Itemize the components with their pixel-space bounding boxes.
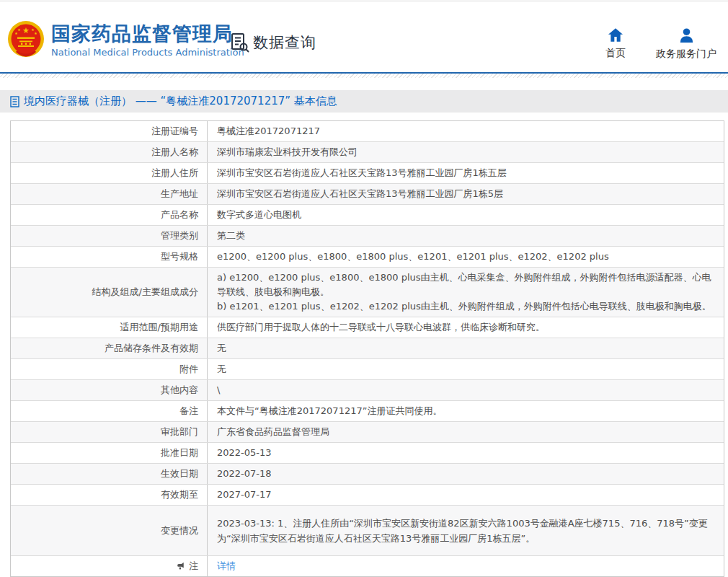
- row-label: 生产地址: [11, 184, 208, 204]
- home-icon: [608, 28, 623, 42]
- row-label: 审批部门: [11, 422, 208, 442]
- brand: ★ ★ ★ ★ ★ 国家药品监督管理局 National Medical Pro…: [7, 20, 244, 61]
- row-label: 产品储存条件及有效期: [11, 338, 208, 358]
- row-label: 型号规格: [11, 247, 208, 267]
- details-link[interactable]: 详情: [217, 559, 236, 573]
- megaphone-note-icon: [177, 562, 185, 571]
- table-row: 附件无: [11, 359, 724, 380]
- row-label: 注: [11, 556, 208, 576]
- org-name-en: National Medical Products Administration: [51, 47, 244, 58]
- table-row: 变更情况2023-03-13: 1、注册人住所由“深圳市宝安区新安街道82区新安…: [11, 506, 724, 556]
- table-row: 批准日期2022-05-13: [11, 443, 724, 464]
- row-value: 数字式多道心电图机: [208, 205, 724, 225]
- row-value: 供医疗部门用于提取人体的十二导联或十八导联心电波群，供临床诊断和研究。: [208, 317, 724, 338]
- row-value: e1200、e1200 plus、e1800、e1800 plus、e1201、…: [208, 247, 724, 267]
- page-title-bar: 境内医疗器械（注册） —— “粤械注准20172071217” 基本信息: [0, 90, 728, 113]
- row-label: 变更情况: [11, 506, 208, 555]
- row-value: 深圳市宝安区石岩街道应人石社区天宝路13号雅丽工业园厂房1栋5层: [208, 184, 724, 204]
- national-emblem-logo: ★ ★ ★ ★ ★: [7, 20, 45, 61]
- row-value: 本文件与“粤械注准20172071217”注册证共同使用。: [208, 401, 724, 421]
- row-label: 有效期至: [11, 485, 208, 505]
- table-row: 产品名称数字式多道心电图机: [11, 205, 724, 226]
- svg-text:★: ★: [17, 27, 21, 32]
- user-icon: [679, 28, 694, 43]
- row-value: 详情: [208, 556, 724, 576]
- svg-text:★: ★: [22, 26, 30, 35]
- table-row: 管理类别第二类: [11, 226, 724, 247]
- org-name-cn: 国家药品监督管理局: [51, 23, 244, 45]
- row-label: 生效日期: [11, 464, 208, 484]
- brand-text: 国家药品监督管理局 National Medical Products Admi…: [51, 23, 244, 58]
- data-query-section[interactable]: 数据查询: [231, 32, 316, 53]
- nav-home[interactable]: 首页: [605, 28, 626, 61]
- table-row: 注册人住所深圳市宝安区石岩街道应人石社区天宝路13号雅丽工业园厂房1栋五层: [11, 163, 724, 184]
- row-label: 结构及组成/主要组成成分: [11, 268, 208, 317]
- row-value: 无: [208, 338, 724, 358]
- table-row: 型号规格e1200、e1200 plus、e1800、e1800 plus、e1…: [11, 247, 724, 268]
- nav-home-label: 首页: [605, 47, 626, 60]
- row-value: 深圳市宝安区石岩街道应人石社区天宝路13号雅丽工业园厂房1栋五层: [208, 163, 724, 183]
- row-value: \: [208, 380, 724, 400]
- row-value: 无: [208, 359, 724, 379]
- table-row: 审批部门广东省食品药品监督管理局: [11, 422, 724, 443]
- nav-portal-label: 政务服务门户: [656, 48, 716, 61]
- table-row: 结构及组成/主要组成成分a) e1200、e1200 plus、e1800、e1…: [11, 268, 724, 317]
- nav-portal[interactable]: 政务服务门户: [656, 28, 716, 61]
- row-value: 2022-07-18: [208, 464, 724, 484]
- hatch-stripe-band: [0, 74, 728, 78]
- table-row: 生效日期2022-07-18: [11, 464, 724, 485]
- row-value: 2027-07-17: [208, 485, 724, 505]
- row-value: 第二类: [208, 226, 724, 246]
- row-label: 产品名称: [11, 205, 208, 225]
- page-title: 境内医疗器械（注册） —— “粤械注准20172071217” 基本信息: [24, 94, 337, 108]
- row-label: 管理类别: [11, 226, 208, 246]
- row-label: 适用范围/预期用途: [11, 317, 208, 338]
- table-row: 生产地址深圳市宝安区石岩街道应人石社区天宝路13号雅丽工业园厂房1栋5层: [11, 184, 724, 205]
- table-row: 适用范围/预期用途供医疗部门用于提取人体的十二导联或十八导联心电波群，供临床诊断…: [11, 317, 724, 338]
- document-icon: [10, 96, 19, 107]
- row-value: 2022-05-13: [208, 443, 724, 463]
- header-nav: 首页 政务服务门户: [605, 28, 716, 61]
- row-label: 注册人名称: [11, 142, 208, 162]
- table-row: 注详情: [11, 556, 724, 576]
- row-value: 广东省食品药品监督管理局: [208, 422, 724, 442]
- row-label: 注册人住所: [11, 163, 208, 183]
- table-row: 注册证编号粤械注准20172071217: [11, 121, 724, 142]
- row-value: 粤械注准20172071217: [208, 121, 724, 141]
- row-label: 备注: [11, 401, 208, 421]
- row-label: 其他内容: [11, 380, 208, 400]
- svg-text:★: ★: [34, 31, 37, 35]
- row-label: 批准日期: [11, 443, 208, 463]
- row-value: 深圳市瑞康宏业科技开发有限公司: [208, 142, 724, 162]
- row-value: a) e1200、e1200 plus、e1800、e1800 plus由主机、…: [208, 268, 724, 317]
- data-query-label: 数据查询: [253, 32, 316, 53]
- row-label: 注册证编号: [11, 121, 208, 141]
- registration-info-table: 注册证编号粤械注准20172071217注册人名称深圳市瑞康宏业科技开发有限公司…: [10, 120, 724, 577]
- site-header: ★ ★ ★ ★ ★ 国家药品监督管理局 National Medical Pro…: [0, 0, 728, 72]
- table-row: 其他内容\: [11, 380, 724, 401]
- table-row: 有效期至2027-07-17: [11, 485, 724, 506]
- table-row: 备注本文件与“粤械注准20172071217”注册证共同使用。: [11, 401, 724, 422]
- document-search-icon: [231, 32, 250, 53]
- row-label: 附件: [11, 359, 208, 379]
- svg-text:★: ★: [14, 31, 18, 35]
- row-value: 2023-03-13: 1、注册人住所由“深圳市宝安区新安街道82区新安六路10…: [208, 506, 724, 555]
- table-row: 产品储存条件及有效期无: [11, 338, 724, 359]
- table-row: 注册人名称深圳市瑞康宏业科技开发有限公司: [11, 142, 724, 163]
